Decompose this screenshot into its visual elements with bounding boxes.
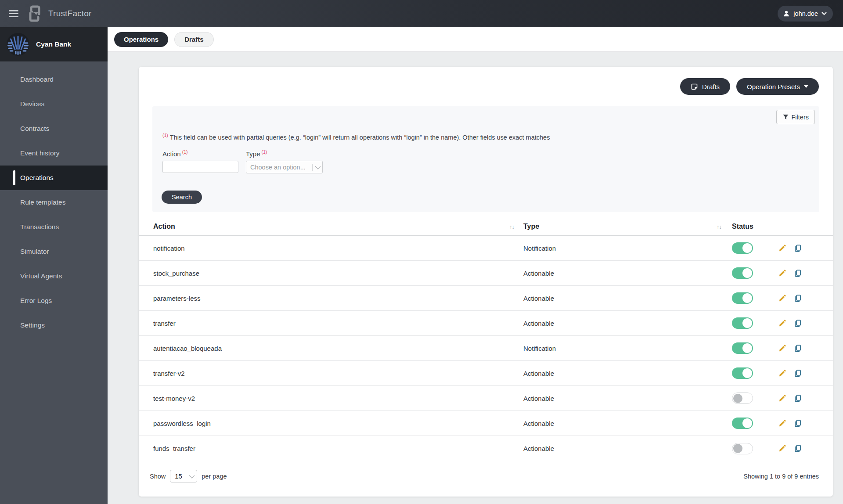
status-toggle[interactable] xyxy=(732,267,753,279)
copy-icon[interactable] xyxy=(793,369,802,378)
sidebar-item-devices[interactable]: Devices xyxy=(0,92,108,116)
row-status-cell xyxy=(732,443,833,454)
table-row: autentiacao_bloqueada Notification xyxy=(139,336,833,361)
type-field-group: Type(1) Choose an option... xyxy=(246,149,323,173)
copy-icon[interactable] xyxy=(793,294,802,302)
status-toggle[interactable] xyxy=(732,317,753,329)
menu-icon[interactable] xyxy=(9,10,18,17)
table-body: notification Notification stock_purchase xyxy=(139,236,833,461)
edit-pencil-icon[interactable] xyxy=(778,369,786,378)
type-filter-select[interactable]: Choose an option... xyxy=(246,161,323,173)
edit-pencil-icon[interactable] xyxy=(778,244,786,252)
row-type: Actionable xyxy=(523,320,717,327)
status-toggle[interactable] xyxy=(732,342,753,354)
main-area: Operations Drafts Drafts Operation Prese… xyxy=(108,27,843,504)
sort-icon[interactable]: ↑↓ xyxy=(509,223,523,230)
sidebar-item-simulator[interactable]: Simulator xyxy=(0,239,108,264)
sidebar-item-operations[interactable]: Operations xyxy=(0,166,108,190)
chevron-down-icon xyxy=(315,164,321,169)
drafts-button[interactable]: Drafts xyxy=(680,78,730,95)
page-background: Drafts Operation Presets Filters (1)This… xyxy=(108,52,843,504)
chevron-down-icon xyxy=(189,473,195,479)
edit-pencil-icon[interactable] xyxy=(778,294,786,302)
copy-icon[interactable] xyxy=(793,244,802,252)
sidebar-item-virtual-agents[interactable]: Virtual Agents xyxy=(0,264,108,288)
row-status-cell xyxy=(732,418,833,429)
note-icon xyxy=(691,83,698,90)
funnel-icon xyxy=(782,114,789,120)
status-toggle[interactable] xyxy=(732,418,753,429)
row-type: Notification xyxy=(523,245,717,252)
copy-icon[interactable] xyxy=(793,344,802,353)
sort-icon[interactable]: ↑↓ xyxy=(717,223,732,230)
edit-pencil-icon[interactable] xyxy=(778,269,786,277)
sidebar-item-event-history[interactable]: Event history xyxy=(0,141,108,166)
page-size-select[interactable]: 15 xyxy=(170,470,197,482)
table-row: test-money-v2 Actionable xyxy=(139,386,833,411)
sidebar-item-label: Contracts xyxy=(20,125,49,133)
action-field-label: Action(1) xyxy=(162,149,238,158)
copy-icon[interactable] xyxy=(793,394,802,403)
status-toggle[interactable] xyxy=(732,443,753,454)
action-filter-input[interactable] xyxy=(162,161,238,173)
copy-icon[interactable] xyxy=(793,319,802,328)
status-toggle[interactable] xyxy=(732,292,753,304)
sidebar-item-error-logs[interactable]: Error Logs xyxy=(0,288,108,313)
status-toggle[interactable] xyxy=(732,367,753,379)
select-divider xyxy=(312,164,313,171)
sidebar-item-settings[interactable]: Settings xyxy=(0,313,108,338)
filters-note: (1)This field can be used with partial q… xyxy=(162,133,780,141)
row-status-cell xyxy=(732,367,833,379)
row-status-cell xyxy=(732,292,833,304)
sidebar-item-contracts[interactable]: Contracts xyxy=(0,116,108,141)
operation-presets-button[interactable]: Operation Presets xyxy=(736,78,819,95)
type-field-label: Type(1) xyxy=(246,149,323,158)
status-toggle[interactable] xyxy=(732,392,753,404)
user-menu[interactable]: john.doe xyxy=(778,6,833,22)
row-status-cell xyxy=(732,267,833,279)
edit-pencil-icon[interactable] xyxy=(778,344,786,353)
sidebar-item-dashboard[interactable]: Dashboard xyxy=(0,67,108,92)
top-bar: TrustFactor john.doe xyxy=(0,0,843,27)
column-header-status[interactable]: Status xyxy=(732,223,833,230)
table-row: parameters-less Actionable xyxy=(139,286,833,311)
sidebar-item-transactions[interactable]: Transactions xyxy=(0,215,108,239)
filters-button[interactable]: Filters xyxy=(776,110,815,124)
bank-name: Cyan Bank xyxy=(36,40,71,48)
tab-operations[interactable]: Operations xyxy=(114,32,168,47)
edit-pencil-icon[interactable] xyxy=(778,319,786,328)
tab-bar: Operations Drafts xyxy=(108,27,843,52)
cyan-bank-logo-icon xyxy=(6,32,30,56)
sidebar-item-rule-templates[interactable]: Rule templates xyxy=(0,190,108,215)
tab-drafts[interactable]: Drafts xyxy=(174,32,213,47)
table-row: transfer-v2 Actionable xyxy=(139,361,833,386)
card-toolbar: Drafts Operation Presets xyxy=(139,67,833,95)
sidebar-item-label: Error Logs xyxy=(20,297,52,305)
column-header-action[interactable]: Action xyxy=(153,223,509,230)
trustfactor-logo-icon xyxy=(25,4,44,23)
row-action-name: transfer xyxy=(153,320,509,327)
status-toggle[interactable] xyxy=(732,242,753,254)
copy-icon[interactable] xyxy=(793,419,802,428)
column-header-type[interactable]: Type xyxy=(523,223,717,230)
sidebar-item-label: Virtual Agents xyxy=(20,272,62,280)
row-type: Notification xyxy=(523,345,717,352)
caret-down-icon xyxy=(804,85,808,88)
copy-icon[interactable] xyxy=(793,269,802,277)
edit-pencil-icon[interactable] xyxy=(778,419,786,428)
row-status-cell xyxy=(732,392,833,404)
row-action-name: funds_transfer xyxy=(153,445,509,452)
edit-pencil-icon[interactable] xyxy=(778,394,786,403)
row-status-cell xyxy=(732,242,833,254)
row-action-name: passwordless_login xyxy=(153,420,509,427)
row-type: Actionable xyxy=(523,270,717,277)
search-button[interactable]: Search xyxy=(162,191,202,204)
edit-pencil-icon[interactable] xyxy=(778,444,786,453)
sidebar-item-label: Dashboard xyxy=(20,76,54,83)
note-superscript: (1) xyxy=(162,133,168,138)
row-type: Actionable xyxy=(523,445,717,452)
copy-icon[interactable] xyxy=(793,444,802,453)
app-title: TrustFactor xyxy=(48,9,92,18)
sidebar: Cyan Bank DashboardDevicesContractsEvent… xyxy=(0,27,108,504)
row-status-cell xyxy=(732,342,833,354)
